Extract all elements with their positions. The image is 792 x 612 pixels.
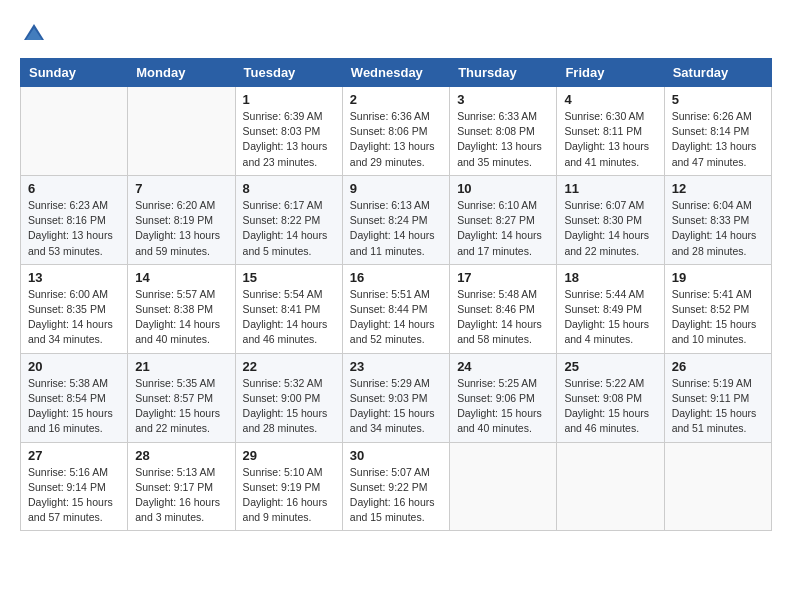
day-number: 9 — [350, 181, 442, 196]
day-info: Sunrise: 6:39 AM Sunset: 8:03 PM Dayligh… — [243, 109, 335, 170]
day-number: 28 — [135, 448, 227, 463]
day-info: Sunrise: 5:48 AM Sunset: 8:46 PM Dayligh… — [457, 287, 549, 348]
weekday-header-tuesday: Tuesday — [235, 59, 342, 87]
day-number: 15 — [243, 270, 335, 285]
day-number: 14 — [135, 270, 227, 285]
calendar-day-16: 16Sunrise: 5:51 AM Sunset: 8:44 PM Dayli… — [342, 264, 449, 353]
day-info: Sunrise: 5:13 AM Sunset: 9:17 PM Dayligh… — [135, 465, 227, 526]
calendar-day-23: 23Sunrise: 5:29 AM Sunset: 9:03 PM Dayli… — [342, 353, 449, 442]
day-number: 22 — [243, 359, 335, 374]
day-number: 26 — [672, 359, 764, 374]
day-number: 23 — [350, 359, 442, 374]
calendar-week-row: 1Sunrise: 6:39 AM Sunset: 8:03 PM Daylig… — [21, 87, 772, 176]
calendar-week-row: 20Sunrise: 5:38 AM Sunset: 8:54 PM Dayli… — [21, 353, 772, 442]
calendar-day-6: 6Sunrise: 6:23 AM Sunset: 8:16 PM Daylig… — [21, 175, 128, 264]
calendar-empty-cell — [21, 87, 128, 176]
calendar-day-30: 30Sunrise: 5:07 AM Sunset: 9:22 PM Dayli… — [342, 442, 449, 531]
calendar-day-13: 13Sunrise: 6:00 AM Sunset: 8:35 PM Dayli… — [21, 264, 128, 353]
calendar-day-3: 3Sunrise: 6:33 AM Sunset: 8:08 PM Daylig… — [450, 87, 557, 176]
day-number: 20 — [28, 359, 120, 374]
calendar-day-8: 8Sunrise: 6:17 AM Sunset: 8:22 PM Daylig… — [235, 175, 342, 264]
day-number: 2 — [350, 92, 442, 107]
calendar-day-18: 18Sunrise: 5:44 AM Sunset: 8:49 PM Dayli… — [557, 264, 664, 353]
day-number: 27 — [28, 448, 120, 463]
calendar-week-row: 6Sunrise: 6:23 AM Sunset: 8:16 PM Daylig… — [21, 175, 772, 264]
calendar-day-17: 17Sunrise: 5:48 AM Sunset: 8:46 PM Dayli… — [450, 264, 557, 353]
calendar-day-12: 12Sunrise: 6:04 AM Sunset: 8:33 PM Dayli… — [664, 175, 771, 264]
logo-icon — [20, 20, 48, 48]
day-info: Sunrise: 5:25 AM Sunset: 9:06 PM Dayligh… — [457, 376, 549, 437]
day-number: 3 — [457, 92, 549, 107]
day-info: Sunrise: 6:04 AM Sunset: 8:33 PM Dayligh… — [672, 198, 764, 259]
day-number: 17 — [457, 270, 549, 285]
day-number: 24 — [457, 359, 549, 374]
calendar-day-22: 22Sunrise: 5:32 AM Sunset: 9:00 PM Dayli… — [235, 353, 342, 442]
day-number: 12 — [672, 181, 764, 196]
day-info: Sunrise: 5:54 AM Sunset: 8:41 PM Dayligh… — [243, 287, 335, 348]
calendar-day-1: 1Sunrise: 6:39 AM Sunset: 8:03 PM Daylig… — [235, 87, 342, 176]
calendar-day-10: 10Sunrise: 6:10 AM Sunset: 8:27 PM Dayli… — [450, 175, 557, 264]
weekday-header-thursday: Thursday — [450, 59, 557, 87]
weekday-header-monday: Monday — [128, 59, 235, 87]
calendar-day-19: 19Sunrise: 5:41 AM Sunset: 8:52 PM Dayli… — [664, 264, 771, 353]
weekday-header-saturday: Saturday — [664, 59, 771, 87]
day-number: 1 — [243, 92, 335, 107]
day-info: Sunrise: 5:32 AM Sunset: 9:00 PM Dayligh… — [243, 376, 335, 437]
calendar-empty-cell — [450, 442, 557, 531]
day-info: Sunrise: 5:10 AM Sunset: 9:19 PM Dayligh… — [243, 465, 335, 526]
calendar-day-5: 5Sunrise: 6:26 AM Sunset: 8:14 PM Daylig… — [664, 87, 771, 176]
day-number: 10 — [457, 181, 549, 196]
calendar-day-28: 28Sunrise: 5:13 AM Sunset: 9:17 PM Dayli… — [128, 442, 235, 531]
header — [20, 20, 772, 48]
calendar-day-29: 29Sunrise: 5:10 AM Sunset: 9:19 PM Dayli… — [235, 442, 342, 531]
calendar-empty-cell — [128, 87, 235, 176]
day-info: Sunrise: 5:51 AM Sunset: 8:44 PM Dayligh… — [350, 287, 442, 348]
day-info: Sunrise: 5:16 AM Sunset: 9:14 PM Dayligh… — [28, 465, 120, 526]
calendar-day-26: 26Sunrise: 5:19 AM Sunset: 9:11 PM Dayli… — [664, 353, 771, 442]
calendar-week-row: 13Sunrise: 6:00 AM Sunset: 8:35 PM Dayli… — [21, 264, 772, 353]
day-info: Sunrise: 5:41 AM Sunset: 8:52 PM Dayligh… — [672, 287, 764, 348]
day-info: Sunrise: 6:07 AM Sunset: 8:30 PM Dayligh… — [564, 198, 656, 259]
calendar-day-14: 14Sunrise: 5:57 AM Sunset: 8:38 PM Dayli… — [128, 264, 235, 353]
calendar-day-11: 11Sunrise: 6:07 AM Sunset: 8:30 PM Dayli… — [557, 175, 664, 264]
day-info: Sunrise: 6:17 AM Sunset: 8:22 PM Dayligh… — [243, 198, 335, 259]
calendar-day-4: 4Sunrise: 6:30 AM Sunset: 8:11 PM Daylig… — [557, 87, 664, 176]
day-info: Sunrise: 6:26 AM Sunset: 8:14 PM Dayligh… — [672, 109, 764, 170]
day-number: 5 — [672, 92, 764, 107]
day-info: Sunrise: 6:30 AM Sunset: 8:11 PM Dayligh… — [564, 109, 656, 170]
day-number: 29 — [243, 448, 335, 463]
calendar-day-7: 7Sunrise: 6:20 AM Sunset: 8:19 PM Daylig… — [128, 175, 235, 264]
logo — [20, 20, 52, 48]
day-info: Sunrise: 5:38 AM Sunset: 8:54 PM Dayligh… — [28, 376, 120, 437]
calendar-day-25: 25Sunrise: 5:22 AM Sunset: 9:08 PM Dayli… — [557, 353, 664, 442]
day-number: 19 — [672, 270, 764, 285]
calendar-header-row: SundayMondayTuesdayWednesdayThursdayFrid… — [21, 59, 772, 87]
day-number: 25 — [564, 359, 656, 374]
day-info: Sunrise: 5:22 AM Sunset: 9:08 PM Dayligh… — [564, 376, 656, 437]
day-number: 7 — [135, 181, 227, 196]
calendar-empty-cell — [557, 442, 664, 531]
day-number: 16 — [350, 270, 442, 285]
calendar-day-9: 9Sunrise: 6:13 AM Sunset: 8:24 PM Daylig… — [342, 175, 449, 264]
calendar-table: SundayMondayTuesdayWednesdayThursdayFrid… — [20, 58, 772, 531]
day-info: Sunrise: 5:57 AM Sunset: 8:38 PM Dayligh… — [135, 287, 227, 348]
day-info: Sunrise: 6:33 AM Sunset: 8:08 PM Dayligh… — [457, 109, 549, 170]
day-info: Sunrise: 5:29 AM Sunset: 9:03 PM Dayligh… — [350, 376, 442, 437]
day-info: Sunrise: 5:44 AM Sunset: 8:49 PM Dayligh… — [564, 287, 656, 348]
calendar-day-24: 24Sunrise: 5:25 AM Sunset: 9:06 PM Dayli… — [450, 353, 557, 442]
day-info: Sunrise: 6:00 AM Sunset: 8:35 PM Dayligh… — [28, 287, 120, 348]
calendar-day-15: 15Sunrise: 5:54 AM Sunset: 8:41 PM Dayli… — [235, 264, 342, 353]
day-info: Sunrise: 5:07 AM Sunset: 9:22 PM Dayligh… — [350, 465, 442, 526]
calendar-day-2: 2Sunrise: 6:36 AM Sunset: 8:06 PM Daylig… — [342, 87, 449, 176]
day-info: Sunrise: 6:36 AM Sunset: 8:06 PM Dayligh… — [350, 109, 442, 170]
day-info: Sunrise: 5:35 AM Sunset: 8:57 PM Dayligh… — [135, 376, 227, 437]
day-info: Sunrise: 6:20 AM Sunset: 8:19 PM Dayligh… — [135, 198, 227, 259]
day-info: Sunrise: 6:23 AM Sunset: 8:16 PM Dayligh… — [28, 198, 120, 259]
day-info: Sunrise: 6:10 AM Sunset: 8:27 PM Dayligh… — [457, 198, 549, 259]
day-number: 13 — [28, 270, 120, 285]
day-number: 30 — [350, 448, 442, 463]
calendar-day-27: 27Sunrise: 5:16 AM Sunset: 9:14 PM Dayli… — [21, 442, 128, 531]
day-number: 18 — [564, 270, 656, 285]
calendar-day-20: 20Sunrise: 5:38 AM Sunset: 8:54 PM Dayli… — [21, 353, 128, 442]
day-number: 6 — [28, 181, 120, 196]
